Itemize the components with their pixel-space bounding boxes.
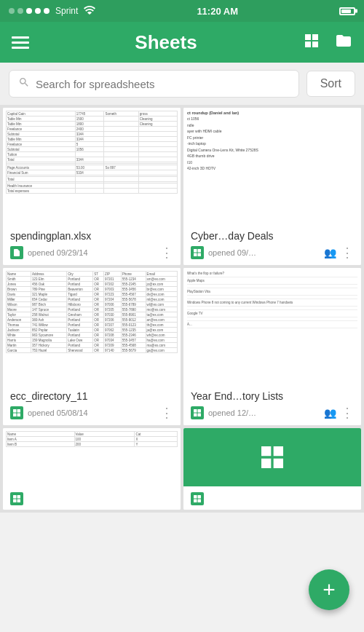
svg-rect-17 (194, 495, 197, 499)
card-meta-2: opened 09/… 👥 ⋮ (191, 245, 354, 261)
card-users-4: 👥 (324, 407, 336, 419)
card-meta-6 (191, 492, 354, 505)
search-input-wrap[interactable] (9, 70, 299, 98)
svg-text:X: X (14, 253, 16, 256)
search-input[interactable] (36, 78, 290, 90)
sheets-logo-5 (10, 492, 23, 505)
search-bar: Sort (0, 63, 364, 105)
svg-rect-20 (198, 499, 202, 503)
card-yearend[interactable]: What's the flop or failure? Apple Maps P… (183, 268, 361, 425)
card-info-4: Year End…tory Lists opened 12/… 👥 ⋮ (183, 384, 361, 425)
svg-rect-18 (198, 495, 202, 499)
svg-rect-10 (198, 409, 202, 413)
signal-dot-5 (44, 8, 50, 14)
card-preview-6 (183, 428, 361, 486)
svg-rect-14 (17, 495, 21, 499)
card-preview-3: NameAddressCitySTZIPPhoneEmail Smith123 … (3, 268, 181, 384)
svg-rect-8 (17, 414, 21, 417)
svg-rect-5 (13, 409, 17, 413)
search-icon (18, 76, 30, 91)
status-time: 11:20 AM (197, 6, 238, 17)
svg-rect-1 (194, 249, 197, 253)
hamburger-line-1 (12, 36, 29, 39)
card-meta-5 (10, 492, 173, 505)
card-preview-2: ct roundup (Daniel and Ian) ct 1056 ndle… (183, 108, 361, 224)
card-spendingplan[interactable]: Capital Gain17745Somethgross Table Mtn15… (3, 108, 181, 265)
folder-button[interactable] (335, 32, 352, 52)
card-more-1[interactable]: ⋮ (160, 245, 173, 261)
card-info-3: ecc_directory_11 opened 05/08/14 ⋮ (3, 384, 181, 425)
card-meta-4: opened 12/… 👥 ⋮ (191, 405, 354, 421)
card-date-1: opened 09/29/14 (28, 248, 156, 257)
card-preview-1: Capital Gain17745Somethgross Table Mtn15… (3, 108, 181, 224)
app-header: Sheets (0, 22, 364, 63)
status-bar: Sprint 11:20 AM (0, 0, 364, 22)
card-ecc[interactable]: NameAddressCitySTZIPPhoneEmail Smith123 … (3, 268, 181, 425)
cards-grid: Capital Gain17745Somethgross Table Mtn15… (0, 105, 364, 513)
svg-rect-6 (17, 409, 21, 413)
grid-view-button[interactable] (303, 32, 320, 52)
signal-dot-3 (26, 8, 32, 14)
card-title-4: Year End…tory Lists (191, 390, 354, 402)
sheets-logo-6 (191, 492, 204, 505)
card-more-2[interactable]: ⋮ (341, 245, 354, 261)
battery-icon (339, 7, 355, 15)
sheets-logo-3 (10, 406, 23, 419)
card-users-2: 👥 (324, 247, 336, 258)
card-partial-2[interactable] (183, 428, 361, 510)
svg-rect-4 (198, 253, 202, 257)
card-meta-3: opened 05/08/14 ⋮ (10, 405, 173, 421)
svg-rect-2 (198, 249, 202, 253)
card-date-4: opened 12/… (208, 408, 320, 417)
hamburger-line-3 (12, 47, 29, 49)
card-meta-1: X opened 09/29/14 ⋮ (10, 245, 173, 261)
card-preview-4: What's the flop or failure? Apple Maps P… (183, 268, 361, 384)
svg-rect-12 (198, 414, 202, 417)
signal-dot-2 (17, 8, 23, 14)
xlsx-logo-1: X (10, 246, 23, 259)
card-preview-5: NameValueCat Item A100X Item B200Y (3, 428, 181, 486)
svg-rect-16 (17, 499, 21, 503)
grid-icon (303, 32, 320, 50)
new-spreadsheet-fab[interactable]: + (309, 569, 349, 610)
card-info-2: Cyber…day Deals opened 09/… 👥 ⋮ (183, 224, 361, 265)
card-cyberday[interactable]: ct roundup (Daniel and Ian) ct 1056 ndle… (183, 108, 361, 265)
card-info-6 (183, 486, 361, 510)
svg-rect-13 (13, 495, 17, 499)
card-title-1: spendingplan.xlsx (10, 230, 173, 242)
signal-dot-4 (35, 8, 41, 14)
card-info-1: spendingplan.xlsx X opened 09/29/14 ⋮ (3, 224, 181, 265)
card-title-2: Cyber…day Deals (191, 230, 354, 242)
svg-rect-3 (194, 253, 197, 257)
svg-rect-9 (194, 409, 197, 413)
signal-dot-1 (9, 8, 15, 14)
svg-rect-7 (13, 414, 17, 417)
card-title-3: ecc_directory_11 (10, 390, 173, 402)
svg-rect-15 (13, 499, 17, 503)
card-date-3: opened 05/08/14 (28, 408, 156, 417)
status-left: Sprint (9, 6, 95, 17)
hamburger-line-2 (12, 42, 29, 44)
fab-plus-icon: + (323, 579, 336, 601)
app-title: Sheets (135, 31, 197, 54)
hamburger-menu-button[interactable] (12, 36, 29, 49)
carrier-name: Sprint (55, 6, 78, 16)
wifi-icon (84, 6, 95, 17)
status-right (339, 7, 355, 15)
svg-rect-11 (194, 414, 197, 417)
card-more-4[interactable]: ⋮ (341, 405, 354, 421)
header-actions (303, 32, 352, 52)
card-info-5 (3, 486, 181, 510)
sheets-logo-4 (191, 406, 204, 419)
card-partial-1[interactable]: NameValueCat Item A100X Item B200Y (3, 428, 181, 510)
card-date-2: opened 09/… (208, 248, 320, 257)
folder-icon (335, 32, 352, 50)
sort-button[interactable]: Sort (306, 71, 355, 97)
svg-rect-19 (194, 499, 197, 503)
sheets-logo-2 (191, 246, 204, 259)
card-more-3[interactable]: ⋮ (160, 405, 173, 421)
